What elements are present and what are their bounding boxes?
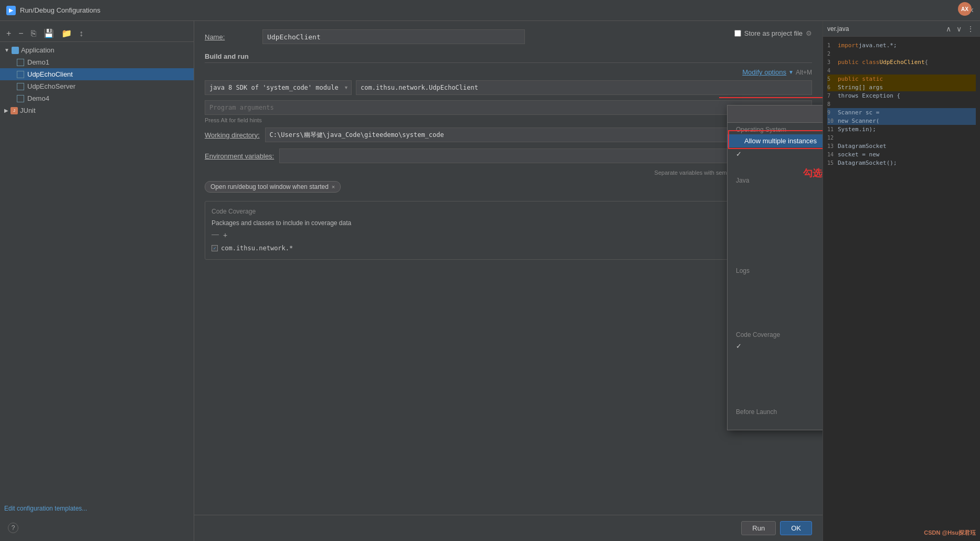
bottom-bar: Run OK [194, 515, 823, 541]
demo4-label: Demo4 [27, 94, 49, 102]
shorten-command-item[interactable]: Shorten command line [728, 238, 823, 251]
code-coverage-section: Code Coverage Packages and classes to in… [205, 201, 812, 260]
before-launch-header: Before Launch [728, 405, 823, 417]
sidebar: + − ⎘ 💾 📁 ↕ ▼ Application Demo1 UdpEchoC… [0, 21, 194, 541]
program-args-input[interactable] [205, 100, 812, 115]
chevron-down-icon: ▼ [788, 69, 794, 75]
logs-header: Logs [728, 264, 823, 275]
sidebar-toolbar: + − ⎘ 💾 📁 ↕ [0, 25, 194, 42]
nav-up-button[interactable]: ∧ [944, 25, 953, 33]
sdk-row: java 8 SDK of 'system_code' module [205, 80, 812, 95]
modify-classpath-item[interactable]: Modify classpath [728, 211, 823, 225]
coverage-add-button[interactable]: + [221, 230, 229, 240]
folder-config-button[interactable]: 📁 [59, 27, 74, 39]
coverage-checkbox[interactable] [212, 245, 218, 251]
ok-button[interactable]: OK [780, 521, 812, 535]
help-button[interactable]: ? [8, 523, 18, 533]
folder-icon [17, 95, 24, 102]
environment-variables-item[interactable]: ✓ Environment variables Alt+E [728, 147, 823, 161]
folder-icon [17, 83, 24, 90]
copy-config-button[interactable]: ⎘ [29, 28, 38, 39]
nav-down-button[interactable]: ∨ [955, 25, 963, 33]
code-line-highlighted2: 9 Scanner sc = [827, 108, 976, 116]
show-console-stdout-item[interactable]: Show console when a message is printed t… [728, 302, 823, 315]
run-button[interactable]: Run [741, 521, 776, 535]
sort-config-button[interactable]: ↕ [77, 28, 86, 39]
working-dir-row: Working directory: [205, 128, 812, 142]
allow-multiple-instances-item[interactable]: Allow multiple instances Alt+U [728, 134, 823, 147]
specify-logs-item[interactable]: Specify logs to be shown in console [728, 275, 823, 289]
java-header: Java [728, 174, 823, 185]
main-container: + − ⎘ 💾 📁 ↕ ▼ Application Demo1 UdpEchoC… [0, 21, 980, 541]
add-dependencies-item[interactable]: Add dependencies with "provided" scope t… [728, 225, 823, 238]
do-not-build-item[interactable]: Do not build before run [728, 185, 823, 198]
code-line: 12 [827, 133, 976, 142]
enable-branch-coverage-item[interactable]: Enable branch coverage and test tracking [728, 379, 823, 392]
env-vars-label: Environment variables: [205, 152, 274, 160]
add-config-button[interactable]: + [4, 28, 13, 39]
code-line: 1import java.net.*; [827, 41, 976, 49]
store-project-row: Store as project file ⚙ [734, 29, 812, 37]
coverage-toolbar: — + [212, 230, 805, 240]
open-toolwindow-row: Open run/debug tool window when started … [205, 181, 812, 193]
specify-alt-runner-item[interactable]: Specify alternative coverage runner [728, 366, 823, 379]
code-line-highlighted: 6 String[] args [827, 83, 976, 91]
sdk-select-wrapper: java 8 SDK of 'system_code' module [205, 80, 352, 95]
tag-close-icon[interactable]: × [332, 184, 335, 190]
content-area: Store as project file ⚙ Name: Build and … [194, 21, 823, 541]
code-coverage-dropdown-header: Code Coverage [728, 328, 823, 340]
modify-options-link[interactable]: Modify options [742, 68, 786, 76]
open-toolwindow-label: Open run/debug tool window when started [210, 183, 329, 190]
sidebar-item-junit[interactable]: ▶ J JUnit [0, 104, 194, 116]
sidebar-item-udpechoserver[interactable]: UdpEchoServer [0, 80, 194, 92]
edit-templates-link[interactable]: Edit configuration templates... [4, 505, 87, 512]
checkmark-icon: ✓ [736, 150, 743, 158]
add-vm-options-item[interactable]: Add VM options Alt+V [728, 251, 823, 264]
open-toolwindow-tag[interactable]: Open run/debug tool window when started … [205, 181, 341, 193]
code-line: 11 System.in); [827, 125, 976, 133]
code-line: 15 DatagramSocket(); [827, 158, 976, 167]
app-icon: ▶ [6, 6, 16, 15]
code-line: 7 throws Exception { [827, 91, 976, 100]
env-vars-row: Environment variables: [205, 148, 812, 163]
name-label: Name: [205, 33, 257, 41]
code-line: 14 socket = new [827, 150, 976, 158]
junit-label: JUnit [20, 107, 36, 114]
folder-icon [17, 71, 24, 78]
name-row: Name: [205, 29, 812, 44]
udpechoserver-label: UdpEchoServer [27, 82, 76, 90]
coverage-package-value: com.ithsu.network.* [221, 245, 293, 252]
sidebar-item-demo1[interactable]: Demo1 [0, 56, 194, 68]
use-classpath-item[interactable]: Use classpath of module Alt+O [728, 198, 823, 211]
modify-options-shortcut: Alt+M [796, 69, 812, 76]
csdn-watermark: CSDN @Hsu探君珏 [924, 529, 976, 537]
sidebar-item-udpechoclient[interactable]: UdpEchoClient [0, 68, 194, 80]
editor-filename: ver.java [827, 25, 849, 33]
add-before-launch-item[interactable]: Add before launch task [728, 417, 823, 430]
collect-coverage-item[interactable]: Collect coverage in test folders [728, 392, 823, 405]
editor-controls: ∧ ∨ ⋮ [944, 25, 976, 33]
name-input[interactable] [262, 29, 525, 44]
code-line: 4 [827, 66, 976, 75]
editor-panel: ver.java ∧ ∨ ⋮ AX 1import java.net.*; 2 … [823, 21, 980, 541]
save-console-item[interactable]: Save console output to file [728, 289, 823, 302]
build-and-run-header: Build and run [205, 52, 812, 63]
store-project-checkbox[interactable] [734, 30, 741, 37]
show-console-stderr-item[interactable]: Show console when a message is printed t… [728, 315, 823, 328]
code-coverage-title: Code Coverage [212, 208, 805, 215]
save-config-button[interactable]: 💾 [41, 27, 56, 39]
more-options-button[interactable]: ⋮ [965, 25, 976, 33]
junit-icon: J [10, 107, 18, 114]
sidebar-item-demo4[interactable]: Demo4 [0, 92, 194, 104]
field-hint: Press Alt for field hints [205, 117, 812, 123]
remove-config-button[interactable]: − [16, 28, 25, 39]
sidebar-item-application[interactable]: ▼ Application [0, 44, 194, 56]
dropdown-title: Add Run Options [728, 105, 823, 123]
demo1-label: Demo1 [27, 58, 49, 66]
allow-multiple-instances-label: Allow multiple instances [744, 137, 817, 145]
sdk-select[interactable]: java 8 SDK of 'system_code' module [205, 80, 352, 95]
exclude-classes-item[interactable]: Exclude classes and packages [728, 353, 823, 366]
redirect-input-item[interactable]: Redirect input [728, 161, 823, 174]
specify-classes-item[interactable]: ✓ Specify classes and packages [728, 340, 823, 353]
main-class-input[interactable] [356, 80, 812, 95]
